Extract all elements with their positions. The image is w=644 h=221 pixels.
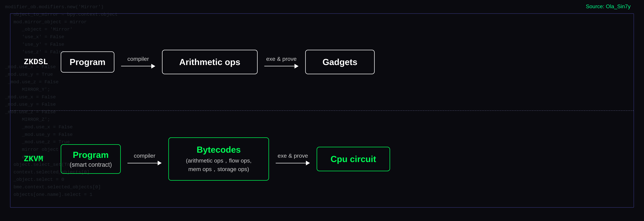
bottom-connector-1: compiler <box>128 153 162 165</box>
top-section: ZKDSL Program compiler Arithmetic ops <box>10 14 634 110</box>
top-arrow-shaft-1 <box>121 66 151 66</box>
bottom-arrow-shaft-1 <box>128 163 158 163</box>
program-box-top: Program <box>61 51 114 73</box>
bottom-arrow-head-1 <box>158 161 162 165</box>
top-connector-1-label: compiler <box>128 56 149 62</box>
source-label: Source: Ola_Sin7y <box>586 3 630 9</box>
bytecodes-title: Bytecodes <box>197 145 241 155</box>
cpu-circuit-box: Cpu circuit <box>317 147 390 171</box>
program-title-bottom: Program <box>73 150 109 160</box>
top-arrow-shaft-2 <box>264 66 294 66</box>
top-flow-row: Program compiler Arithmetic ops exe & pr… <box>61 50 620 74</box>
bottom-arrow-1 <box>128 161 162 165</box>
bottom-arrow-shaft-2 <box>276 163 306 163</box>
arithmetic-ops-box: Arithmetic ops <box>162 50 258 74</box>
top-connector-2-label: exe & prove <box>266 56 296 62</box>
bytecodes-subtitle: (arithmetic ops，flow ops, mem ops，storag… <box>186 156 252 173</box>
top-arrow-head-2 <box>294 64 298 68</box>
bottom-arrow-head-2 <box>306 161 310 165</box>
program-subtitle-bottom: (smart contract) <box>70 161 112 168</box>
top-connector-1: compiler <box>121 56 155 68</box>
zkdsl-label: ZKDSL <box>24 57 51 66</box>
arithmetic-ops-title: Arithmetic ops <box>179 57 240 67</box>
bottom-connector-2: exe & prove <box>276 153 310 165</box>
main-container: ZKDSL Program compiler Arithmetic ops <box>10 13 634 208</box>
arithmetic-ops-content: Arithmetic ops <box>179 57 240 67</box>
bottom-connector-1-label: compiler <box>134 153 155 159</box>
cpu-circuit-title: Cpu circuit <box>330 154 376 164</box>
program-title-top: Program <box>70 57 106 67</box>
top-arrow-2 <box>264 64 298 68</box>
bytecodes-box: Bytecodes (arithmetic ops，flow ops, mem … <box>168 137 269 181</box>
bottom-connector-2-label: exe & prove <box>278 153 308 159</box>
top-connector-2: exe & prove <box>264 56 298 68</box>
zkvm-label: ZKVM <box>24 155 51 164</box>
program-box-bottom: Program (smart contract) <box>61 144 121 174</box>
gadgets-box: Gadgets <box>305 50 375 74</box>
top-arrow-head-1 <box>151 64 155 68</box>
bottom-arrow-2 <box>276 161 310 165</box>
top-arrow-1 <box>121 64 155 68</box>
gadgets-title: Gadgets <box>322 57 358 67</box>
bottom-section: ZKVM Program (smart contract) compiler B… <box>10 110 634 208</box>
bottom-flow-row: Program (smart contract) compiler Byteco… <box>61 137 620 181</box>
